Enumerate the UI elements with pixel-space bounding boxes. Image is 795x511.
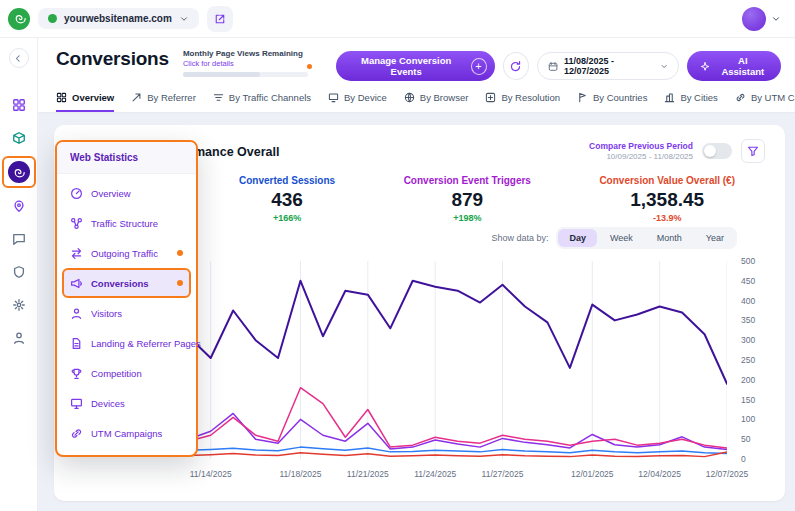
x-tick-label: 11/27/2025: [482, 469, 524, 479]
tab-by-referrer[interactable]: By Referrer: [131, 92, 196, 112]
page-views-widget[interactable]: Monthly Page Views Remaining Click for d…: [183, 49, 308, 77]
brand-logo: [8, 8, 30, 30]
granularity-month[interactable]: Month: [646, 229, 693, 247]
menu-title: Web Statistics: [57, 142, 196, 174]
orange-dot: [177, 250, 183, 256]
show-data-by-label: Show data by:: [491, 233, 548, 243]
gear-icon[interactable]: [4, 290, 34, 320]
menu-item-utm-campaigns[interactable]: UTM Campaigns: [62, 418, 191, 448]
page-views-details-link[interactable]: Click for details: [183, 59, 308, 68]
traffic-structure-icon: [70, 217, 83, 230]
y-tick-label: 500: [741, 256, 755, 266]
tab-by-traffic-channels[interactable]: By Traffic Channels: [213, 92, 311, 112]
plus-icon: +: [471, 58, 487, 75]
avatar-chevron-icon[interactable]: [771, 14, 781, 24]
calendar-icon: [548, 61, 558, 72]
granularity-day[interactable]: Day: [558, 229, 597, 247]
refresh-button[interactable]: [503, 52, 529, 80]
metric-conversion-event-triggers: Conversion Event Triggers 879 +198%: [404, 175, 531, 223]
tab-overview[interactable]: Overview: [56, 92, 114, 112]
menu-item-competition[interactable]: Competition: [62, 358, 191, 388]
conversions-icon: [70, 277, 83, 290]
website-dot-icon: [48, 14, 57, 23]
compare-range: 10/09/2025 - 11/08/2025: [589, 152, 693, 161]
tab-bar: Overview By Referrer By Traffic Channels…: [38, 81, 795, 113]
modules-icon[interactable]: [4, 123, 34, 153]
menu-item-outgoing-traffic[interactable]: Outgoing Traffic: [62, 238, 191, 268]
web-statistics-icon[interactable]: [8, 161, 30, 183]
x-axis-labels: 11/14/202511/18/202511/21/202511/24/2025…: [76, 465, 727, 479]
tab-by-countries[interactable]: By Countries: [577, 92, 647, 112]
granularity-year[interactable]: Year: [695, 229, 735, 247]
x-tick-label: 11/24/2025: [414, 469, 456, 479]
topbar: yourwebsitename.com: [0, 0, 795, 38]
tab-by-browser[interactable]: By Browser: [404, 92, 469, 112]
screen: yourwebsitename.com: [0, 0, 795, 511]
open-website-button[interactable]: [207, 6, 233, 32]
tab-by-utm-campaign[interactable]: By UTM Campaign: [735, 92, 795, 112]
compare-previous-period: Compare Previous Period 10/09/2025 - 11/…: [589, 139, 765, 163]
y-tick-label: 200: [741, 375, 755, 385]
metric-conversion-value-overall: Conversion Value Overall (€) 1,358.45 -1…: [599, 175, 735, 223]
y-tick-label: 400: [741, 296, 755, 306]
menu-item-traffic-structure[interactable]: Traffic Structure: [62, 208, 191, 238]
visitors-icon: [70, 307, 83, 320]
metrics-row: Converted Sessions 436 +166% Conversion …: [239, 175, 735, 223]
chat-icon[interactable]: [4, 224, 34, 254]
location-icon[interactable]: [4, 191, 34, 221]
y-axis-labels: 500450400350300250200150100500: [733, 261, 765, 459]
x-tick-label: 12/07/2025: [706, 469, 749, 479]
y-tick-label: 300: [741, 335, 755, 345]
y-tick-label: 250: [741, 355, 755, 365]
outgoing-traffic-icon: [70, 247, 83, 260]
sparkle-icon: [700, 61, 710, 72]
y-tick-label: 150: [741, 395, 755, 405]
y-tick-label: 450: [741, 276, 755, 286]
menu-item-overview[interactable]: Overview: [62, 178, 191, 208]
utm-campaigns-icon: [70, 427, 83, 440]
y-tick-label: 50: [741, 434, 750, 444]
page-header: Conversions Monthly Page Views Remaining…: [38, 38, 795, 81]
avatar[interactable]: [742, 7, 766, 31]
metric-converted-sessions: Converted Sessions 436 +166%: [239, 175, 335, 223]
funnel-icon: [747, 145, 759, 157]
tab-by-cities[interactable]: By Cities: [664, 92, 717, 112]
x-tick-label: 11/18/2025: [280, 469, 322, 479]
ai-assistant-button[interactable]: AI Assistant: [687, 51, 781, 81]
tab-by-device[interactable]: By Device: [328, 92, 387, 112]
chevron-down-icon: [660, 62, 668, 71]
collapse-sidebar-button[interactable]: [9, 48, 29, 68]
filter-button[interactable]: [741, 139, 765, 163]
x-tick-label: 11/14/2025: [190, 469, 232, 479]
landing-pages-icon: [70, 337, 83, 350]
web-statistics-menu: Web Statistics Overview Traffic Structur…: [55, 140, 198, 457]
website-selector[interactable]: yourwebsitename.com: [38, 8, 199, 29]
user-icon[interactable]: [4, 323, 34, 353]
granularity-week[interactable]: Week: [599, 229, 644, 247]
notification-dot: [307, 64, 312, 69]
shield-icon[interactable]: [4, 257, 34, 287]
x-tick-label: 12/01/2025: [571, 469, 614, 479]
active-nav-highlight: [2, 156, 36, 188]
y-tick-label: 350: [741, 315, 755, 325]
menu-item-landing-referrer-pages[interactable]: Landing & Referrer Pages: [62, 328, 191, 358]
page-title: Conversions: [56, 48, 169, 70]
tab-by-resolution[interactable]: By Resolution: [485, 92, 560, 112]
date-range-picker[interactable]: 11/08/2025 - 12/07/2025: [537, 52, 680, 80]
y-tick-label: 0: [741, 454, 746, 464]
manage-conversion-events-button[interactable]: Manage Conversion Events +: [336, 51, 495, 81]
overview-icon: [70, 187, 83, 200]
menu-item-devices[interactable]: Devices: [62, 388, 191, 418]
sidebar-rail: [0, 38, 38, 511]
compare-toggle[interactable]: [702, 143, 732, 159]
compare-label: Compare Previous Period: [589, 141, 693, 151]
menu-item-conversions[interactable]: Conversions: [62, 268, 191, 298]
orange-dot: [177, 280, 183, 286]
x-tick-label: 12/04/2025: [638, 469, 681, 479]
granularity-switcher: Day Week Month Year: [556, 227, 737, 249]
devices-icon: [70, 397, 83, 410]
competition-icon: [70, 367, 83, 380]
date-range-value: 11/08/2025 - 12/07/2025: [564, 56, 654, 76]
menu-item-visitors[interactable]: Visitors: [62, 298, 191, 328]
apps-icon[interactable]: [4, 90, 34, 120]
